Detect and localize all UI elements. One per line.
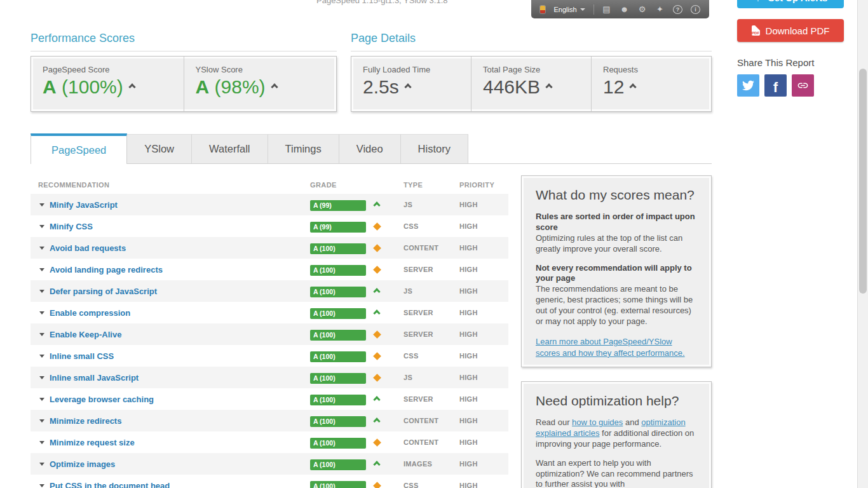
expand-triangle-icon[interactable]: [39, 463, 44, 466]
change-unchanged-icon: [373, 438, 381, 447]
vertical-scrollbar[interactable]: [857, 0, 868, 488]
recommendation-link[interactable]: Avoid landing page redirects: [50, 265, 163, 274]
expand-triangle-icon[interactable]: [39, 203, 44, 207]
learn-more-link[interactable]: Learn more about PageSpeed/YSlow scores …: [536, 337, 685, 358]
expand-triangle-icon[interactable]: [39, 225, 44, 228]
recommendation-link[interactable]: Inline small CSS: [50, 351, 114, 361]
scrollbar-thumb[interactable]: [859, 69, 867, 294]
grade-bar: A (100): [310, 265, 366, 276]
table-row[interactable]: Minimize request sizeA (100)CONTENTHIGH: [31, 431, 508, 453]
tab-history[interactable]: History: [401, 134, 468, 163]
expand-triangle-icon[interactable]: [39, 484, 44, 487]
collapse-caret-icon[interactable]: [404, 83, 411, 90]
language-flag-icon[interactable]: [540, 6, 545, 13]
alerts-button-label: Set Up Alerts: [768, 0, 828, 3]
pagespeed-score-cell: PageSpeed Score A (100%): [31, 57, 184, 111]
expand-triangle-icon[interactable]: [39, 268, 44, 271]
globe-icon[interactable]: ✦: [655, 4, 665, 14]
grade-bar: A (99): [310, 200, 366, 211]
optimization-help-paragraph-2: Want an expert to help you with optimiza…: [536, 458, 697, 488]
tab-pagespeed[interactable]: PageSpeed: [31, 133, 127, 164]
facebook-icon: f: [773, 79, 778, 96]
info-icon[interactable]: i: [691, 5, 700, 14]
how-to-guides-link[interactable]: how to guides: [572, 417, 623, 427]
recommendation-link[interactable]: Avoid bad requests: [50, 243, 126, 253]
optimization-help-paragraph-1: Read our how to guides and optimization …: [536, 417, 697, 450]
table-row[interactable]: Inline small JavaScriptA (100)JSHIGH: [31, 367, 508, 388]
share-link-button[interactable]: [792, 74, 814, 97]
table-header-row: RECOMMENDATION GRADE TYPE PRIORITY: [31, 175, 508, 194]
expand-triangle-icon[interactable]: [39, 333, 44, 336]
table-row[interactable]: Enable Keep-AliveA (100)SERVERHIGH: [31, 323, 508, 345]
printer-icon[interactable]: ▤: [602, 4, 611, 14]
expand-triangle-icon[interactable]: [39, 247, 44, 250]
pdf-file-icon: [752, 25, 760, 36]
recommendation-link[interactable]: Leverage browser caching: [50, 395, 154, 404]
performance-scores-section: Performance Scores PageSpeed Score A (10…: [31, 32, 337, 112]
recommendation-link[interactable]: Minimize request size: [50, 438, 135, 447]
collapse-caret-icon[interactable]: [630, 83, 637, 90]
download-pdf-button[interactable]: Download PDF: [737, 19, 844, 42]
expand-triangle-icon[interactable]: [39, 311, 44, 315]
expand-triangle-icon[interactable]: [39, 290, 44, 293]
analyzer-version-text: PageSpeed 1.15-gt1.3, YSlow 3.1.8: [316, 0, 447, 5]
table-row[interactable]: Put CSS in the document headA (100)CSSHI…: [31, 475, 508, 488]
share-twitter-button[interactable]: [737, 74, 759, 97]
row-priority: HIGH: [459, 417, 508, 424]
recommendation-link[interactable]: Minimize redirects: [50, 416, 121, 426]
grade-bar: A (100): [310, 395, 366, 405]
expand-triangle-icon[interactable]: [39, 441, 44, 444]
table-row[interactable]: Inline small CSSA (100)CSSHIGH: [31, 345, 508, 367]
recommendation-link[interactable]: Enable Keep-Alive: [50, 330, 121, 339]
table-row[interactable]: Leverage browser cachingA (100)SERVERHIG…: [31, 388, 508, 410]
table-row[interactable]: Optimize imagesA (100)IMAGESHIGH: [31, 453, 508, 475]
collapse-caret-icon[interactable]: [128, 83, 135, 90]
optimization-help-box: Need optimization help? Read our how to …: [521, 381, 712, 488]
table-row[interactable]: Minimize redirectsA (100)CONTENTHIGH: [31, 410, 508, 431]
table-row[interactable]: Minify CSSA (99)CSSHIGH: [31, 215, 508, 237]
grade-bar: A (100): [310, 330, 366, 341]
collapse-caret-icon[interactable]: [271, 83, 278, 90]
row-type: CONTENT: [386, 417, 459, 424]
share-facebook-button[interactable]: f: [764, 74, 787, 97]
table-row[interactable]: Enable compressionA (100)SERVERHIGH: [31, 302, 508, 323]
tab-timings[interactable]: Timings: [268, 134, 339, 163]
recommendation-link[interactable]: Minify CSS: [50, 222, 93, 231]
collapse-caret-icon[interactable]: [545, 83, 552, 90]
recommendations-table: RECOMMENDATION GRADE TYPE PRIORITY Minif…: [31, 175, 508, 488]
row-priority: HIGH: [459, 309, 508, 316]
recommendation-link[interactable]: Enable compression: [50, 308, 130, 318]
scores-meaning-box: What do my scores mean? Rules are sorted…: [521, 175, 712, 367]
ghost-icon[interactable]: ☻: [620, 4, 629, 14]
expand-triangle-icon[interactable]: [39, 376, 44, 379]
table-row[interactable]: Minify JavaScriptA (99)JSHIGH: [31, 194, 508, 215]
set-up-alerts-button[interactable]: Set Up Alerts: [737, 0, 844, 8]
table-row[interactable]: Defer parsing of JavaScriptA (100)JSHIGH: [31, 280, 508, 302]
tab-video[interactable]: Video: [339, 134, 401, 163]
recommendation-link[interactable]: Put CSS in the document head: [50, 481, 170, 488]
recommendation-link[interactable]: Optimize images: [50, 459, 115, 469]
help-icon[interactable]: ?: [673, 5, 682, 14]
recommendation-link[interactable]: Inline small JavaScript: [50, 373, 139, 383]
total-page-size-value: 446KB: [483, 76, 591, 98]
row-priority: HIGH: [459, 438, 508, 446]
row-type: CONTENT: [386, 438, 459, 446]
table-row[interactable]: Avoid landing page redirectsA (100)SERVE…: [31, 259, 508, 280]
tab-yslow[interactable]: YSlow: [127, 134, 192, 163]
recommendation-link[interactable]: Minify JavaScript: [50, 200, 118, 210]
report-page: PageSpeed 1.15-gt1.3, YSlow 3.1.8 Englis…: [0, 0, 857, 488]
row-priority: HIGH: [459, 352, 508, 360]
expand-triangle-icon[interactable]: [39, 398, 44, 401]
row-priority: HIGH: [459, 201, 508, 208]
pagespeed-score-value: A (100%): [43, 76, 184, 98]
expand-triangle-icon[interactable]: [39, 419, 44, 423]
language-selector[interactable]: English: [553, 6, 585, 13]
row-priority: HIGH: [459, 287, 508, 295]
top-toolbar: English ▤☻⚙✦?i: [531, 0, 709, 18]
page-details-box: Fully Loaded Time 2.5s Total Page Size 4…: [351, 56, 712, 112]
expand-triangle-icon[interactable]: [39, 355, 44, 358]
recommendation-link[interactable]: Defer parsing of JavaScript: [50, 287, 157, 296]
table-row[interactable]: Avoid bad requestsA (100)CONTENTHIGH: [31, 237, 508, 259]
tab-waterfall[interactable]: Waterfall: [192, 134, 268, 163]
gear-icon[interactable]: ⚙: [637, 4, 647, 14]
